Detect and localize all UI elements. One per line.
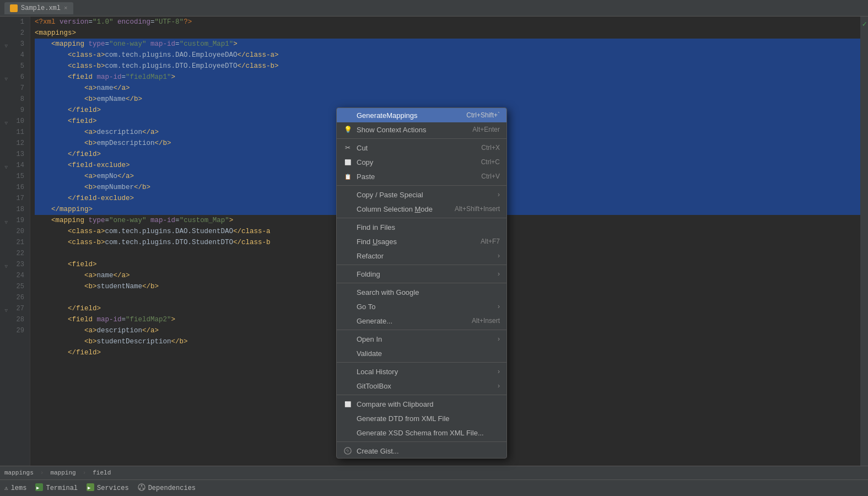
menu-item-open-in-label: Open In [357, 335, 493, 343]
svg-point-0 [344, 448, 351, 454]
menu-item-copy[interactable]: ⬜ Copy Ctrl+C [337, 155, 506, 169]
menu-item-generate-mappings[interactable]: GenerateMappings Ctrl+Shift+` [337, 108, 506, 122]
dependencies-tab[interactable]: Dependencies [138, 483, 196, 493]
breadcrumb-part-1[interactable]: mappings [4, 470, 34, 476]
divider-4 [337, 265, 506, 265]
breadcrumb-sep-2: › [83, 470, 87, 476]
menu-item-validate[interactable]: Validate [337, 346, 506, 360]
code-line-1: <?xml version="1.0" encoding="UTF-8"?> [35, 17, 860, 28]
line-2: 2 [0, 28, 30, 39]
folding-icon [343, 269, 352, 278]
menu-item-generate-mappings-label: GenerateMappings [357, 111, 455, 120]
paste-shortcut: Ctrl+V [481, 172, 500, 180]
find-usages-icon [343, 237, 352, 246]
context-actions-shortcut: Alt+Enter [472, 126, 500, 133]
line-18: 18 [0, 204, 30, 215]
menu-item-copy-paste-special-label: Copy / Paste Special [357, 191, 493, 199]
menu-item-paste[interactable]: 📋 Paste Ctrl+V [337, 169, 506, 184]
menu-item-create-gist[interactable]: Create Gist... [337, 444, 506, 458]
menu-item-column-selection-label: Column Selection Mode [357, 205, 444, 213]
code-line-4: <class-a>com.tech.plugins.DAO.EmployeeDA… [35, 50, 860, 61]
divider-6 [337, 330, 506, 330]
bottom-bar: ⚠ lems ▶ Terminal ▶ Services [0, 479, 868, 496]
context-actions-icon: 💡 [343, 125, 352, 134]
generate-mappings-icon [343, 111, 352, 120]
line-23: ▽23 [0, 259, 30, 270]
generate-dtd-icon [343, 414, 352, 423]
problems-tab[interactable]: ⚠ lems [4, 484, 26, 492]
copy-paste-special-arrow: › [498, 191, 500, 198]
file-tab[interactable]: Sample.xml × [4, 2, 73, 14]
divider-3 [337, 218, 506, 218]
svg-line-10 [142, 486, 143, 488]
menu-item-compare-with-clipboard[interactable]: ⬜ Compare with Clipboard [337, 397, 506, 411]
title-bar: Sample.xml × [0, 0, 868, 17]
paste-icon: 📋 [343, 172, 352, 181]
menu-item-refactor[interactable]: Refactor › [337, 249, 506, 263]
menu-item-generate-xsd-label: Generate XSD Schema from XML File... [357, 429, 500, 437]
dependencies-label: Dependencies [148, 484, 196, 492]
menu-item-show-context-actions[interactable]: 💡 Show Context Actions Alt+Enter [337, 122, 506, 137]
menu-item-cut[interactable]: ✂ Cut Ctrl+X [337, 141, 506, 155]
terminal-tab[interactable]: ▶ Terminal [35, 483, 78, 493]
menu-item-go-to[interactable]: Go To › [337, 299, 506, 314]
line-13: 13 [0, 149, 30, 160]
line-number-gutter: 1 2 ▽3 4 5 ▽6 7 8 9 ▽10 11 12 13 ▽14 15 … [0, 17, 30, 466]
line-16: 16 [0, 182, 30, 193]
svg-point-7 [139, 488, 141, 489]
menu-item-gittoolbox-label: GitToolBox [357, 382, 493, 390]
menu-item-validate-label: Validate [357, 349, 500, 358]
line-6: ▽6 [0, 72, 30, 83]
terminal-label: Terminal [46, 484, 78, 492]
line-7: 7 [0, 83, 30, 94]
status-bar: mappings › mapping › field [0, 466, 868, 479]
menu-item-find-usages-label: Find Usages [357, 238, 470, 246]
breadcrumb-sep-1: › [40, 470, 44, 476]
menu-item-paste-label: Paste [357, 172, 470, 181]
services-icon: ▶ [87, 483, 94, 493]
line-19: ▽19 [0, 215, 30, 226]
menu-item-local-history[interactable]: Local History › [337, 364, 506, 379]
menu-item-cut-label: Cut [357, 144, 470, 152]
line-10: ▽10 [0, 116, 30, 127]
scrollbar[interactable]: ✓ [860, 17, 868, 466]
menu-item-create-gist-label: Create Gist... [357, 447, 500, 455]
svg-point-6 [141, 484, 142, 486]
menu-item-generate[interactable]: Generate... Alt+Insert [337, 314, 506, 328]
cut-shortcut: Ctrl+X [481, 144, 500, 152]
divider-8 [337, 395, 506, 395]
menu-item-folding[interactable]: Folding › [337, 267, 506, 281]
line-9: 9 [0, 105, 30, 116]
line-4: 4 [0, 50, 30, 61]
xml-file-icon [10, 4, 18, 12]
menu-item-find-usages[interactable]: Find Usages Alt+F7 [337, 234, 506, 249]
divider-7 [337, 362, 506, 363]
tab-close-button[interactable]: × [64, 5, 68, 12]
code-line-7: <a>name</a> [35, 83, 860, 94]
menu-item-generate-dtd-label: Generate DTD from XML File [357, 414, 500, 423]
menu-item-copy-paste-special[interactable]: Copy / Paste Special › [337, 187, 506, 202]
line-28: 28 [0, 314, 30, 325]
svg-point-8 [142, 488, 144, 489]
open-in-icon [343, 335, 352, 343]
generate-mappings-shortcut: Ctrl+Shift+` [466, 111, 500, 119]
line-26: 26 [0, 292, 30, 303]
local-history-icon [343, 367, 352, 376]
menu-item-generate-dtd[interactable]: Generate DTD from XML File [337, 411, 506, 425]
menu-item-gittoolbox[interactable]: GitToolBox › [337, 379, 506, 393]
svg-text:▶: ▶ [88, 486, 91, 491]
menu-item-open-in[interactable]: Open In › [337, 332, 506, 346]
menu-item-generate-xsd[interactable]: Generate XSD Schema from XML File... [337, 425, 506, 440]
copy-icon: ⬜ [343, 158, 352, 166]
line-8: 8 [0, 94, 30, 105]
breadcrumb-part-2[interactable]: mapping [50, 470, 76, 476]
menu-item-column-selection[interactable]: Column Selection Mode Alt+Shift+Insert [337, 202, 506, 216]
find-usages-shortcut: Alt+F7 [481, 238, 500, 245]
breadcrumb-part-3[interactable]: field [93, 470, 111, 476]
menu-item-search-with-google[interactable]: Search with Google [337, 285, 506, 299]
menu-item-find-in-files[interactable]: Find in Files [337, 220, 506, 234]
services-tab[interactable]: ▶ Services [87, 483, 129, 493]
line-14: ▽14 [0, 160, 30, 171]
menu-item-show-context-actions-label: Show Context Actions [357, 126, 461, 134]
terminal-icon: ▶ [35, 483, 43, 493]
